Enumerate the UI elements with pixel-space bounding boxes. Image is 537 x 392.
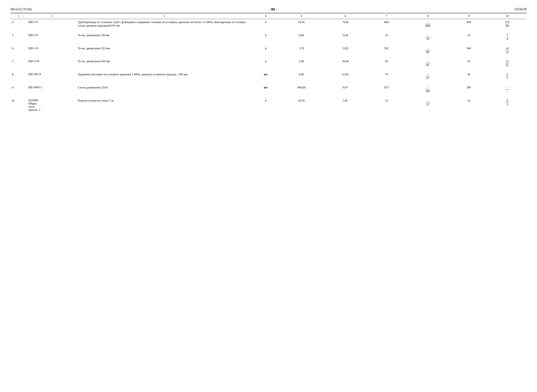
- cell-col10: I7996: [488, 19, 527, 29]
- table-row: 8.ЩI2-802-8Задвижки чугунные на условное…: [10, 71, 527, 82]
- cell-col8: –47: [406, 71, 450, 82]
- col-header-9: 9: [450, 13, 488, 19]
- cell-col3: Трубопроводы из стальных труб с фланцами…: [76, 19, 252, 29]
- table-row: 4.ЩI2-2-8Трубопроводы из стальных труб с…: [10, 19, 527, 29]
- cell-col4: т: [252, 32, 279, 42]
- cell-col1: 5.: [10, 32, 27, 42]
- cell-col4: шт: [252, 84, 279, 95]
- cell-col7: I92: [367, 45, 406, 56]
- cell-col7: 873: [367, 84, 406, 95]
- cell-col7: 92: [367, 58, 406, 69]
- cell-col3: Сопло диаметром 32хI6: [76, 84, 252, 95]
- cell-col1: 7.: [10, 58, 27, 69]
- cell-col6: 0,97: [323, 84, 367, 95]
- cell-col9: I4: [450, 98, 488, 113]
- cell-col8: –I8I: [406, 45, 450, 56]
- cell-col1: 9.: [10, 84, 27, 95]
- cell-col4: т: [252, 58, 279, 69]
- cell-col1: 6.: [10, 45, 27, 56]
- spacer-row: [10, 95, 527, 98]
- cell-col10: 83: [488, 98, 527, 113]
- cell-col1: I0.: [10, 98, 27, 113]
- cell-col9: 63: [450, 58, 488, 69]
- table-row: 9.ЩI2-I083-2Сопло диаметром 32хI6шт900,0…: [10, 84, 527, 95]
- cell-col10: 6I: [488, 71, 527, 82]
- cell-col6: I2,60: [323, 71, 367, 82]
- cell-col3: Подъем на высоту сверх 5 м: [76, 98, 252, 113]
- cell-col6: 79,I0: [323, 19, 367, 29]
- cell-col4: т: [252, 98, 279, 113]
- cell-col5: 6,00: [279, 71, 323, 82]
- spacer-row: [10, 42, 527, 45]
- cell-col2: ЦУРМО Общая часть прилож. 3: [27, 98, 76, 113]
- cell-col10: 22I2: [488, 58, 527, 69]
- cell-col3: Задвижки чугунные на условное давление I…: [76, 71, 252, 82]
- cell-col7: 3I: [367, 32, 406, 42]
- cell-col8: –I0I8: [406, 19, 450, 29]
- spacer-row: [10, 69, 527, 71]
- cell-col7: 76: [367, 71, 406, 82]
- cell-col8: –29: [406, 32, 450, 42]
- table-header-row: 1 2 3 4 5 6 7 8 9 10: [10, 13, 527, 19]
- table-row: 7.ЩI2-2-I0То же, диаметром 426 ммт2,4836…: [10, 58, 527, 69]
- header-right: 16558-06: [514, 8, 527, 11]
- cell-col3: То же, диаметром 325 мм: [76, 45, 252, 56]
- col-header-8: 8: [406, 13, 450, 19]
- cell-col7: I063: [367, 19, 406, 29]
- page-header: 90I-6-62 (YI.84) - 80 - 16558-06: [10, 7, 527, 12]
- cell-col4: т: [252, 19, 279, 29]
- header-left: 90I-6-62 (YI.84): [10, 8, 32, 11]
- cell-col2: ЩI2-2-8: [27, 19, 76, 29]
- cell-col10: ––: [488, 84, 527, 95]
- cell-col6: 5I,I0: [323, 32, 367, 42]
- cell-col6: 36,90: [323, 58, 367, 69]
- cell-col5: 0,60: [279, 32, 323, 42]
- cell-col2: ЩI2-2-I0: [27, 58, 76, 69]
- cell-col2: ЩI2-802-8: [27, 71, 76, 82]
- cell-col3: То же, диаметром 2I9 мм: [76, 32, 252, 42]
- cell-col5: 900,00: [279, 84, 323, 95]
- cell-col5: 2,48: [279, 58, 323, 69]
- cell-col10: 4I22: [488, 45, 527, 56]
- table-row: 6.ЩI2-2-9То же, диаметром 325 ммт3,765I,…: [10, 45, 527, 56]
- col-header-5: 5: [279, 13, 323, 19]
- col-header-2: 2: [27, 13, 76, 19]
- cell-col2: ЩI2-2-9: [27, 45, 76, 56]
- cell-col5: I3,44: [279, 19, 323, 29]
- main-table: 1 2 3 4 5 6 7 8 9 10 4.ЩI2-2-8Трубопрово…: [10, 13, 527, 113]
- col-header-3: 3: [76, 13, 252, 19]
- cell-col6: I,I0: [323, 98, 367, 113]
- spacer-row: [10, 29, 527, 32]
- cell-col4: т: [252, 45, 279, 56]
- col-header-1: 1: [10, 13, 27, 19]
- cell-col9: 22: [450, 32, 488, 42]
- col-header-6: 6: [323, 13, 367, 19]
- col-header-7: 7: [367, 13, 406, 19]
- cell-col1: 4.: [10, 19, 27, 29]
- cell-col4: шт: [252, 71, 279, 82]
- cell-col9: 4I: [450, 71, 488, 82]
- cell-col10: 74: [488, 32, 527, 42]
- main-table-container: 1 2 3 4 5 6 7 8 9 10 4.ЩI2-2-8Трубопрово…: [10, 13, 527, 113]
- spacer-row: [10, 55, 527, 58]
- spacer-row: [10, 82, 527, 84]
- cell-col8: –85: [406, 58, 450, 69]
- cell-col5: 3,76: [279, 45, 323, 56]
- cell-col3: То же, диаметром 426 мм: [76, 58, 252, 69]
- cell-col9: I80: [450, 84, 488, 95]
- header-center: - 80 -: [269, 7, 277, 12]
- cell-col2: ЩI2-2-9: [27, 32, 76, 42]
- table-row: I0.ЦУРМО Общая часть прилож. 3Подъем на …: [10, 98, 527, 113]
- cell-col7: 23: [367, 98, 406, 113]
- cell-col9: I40: [450, 45, 488, 56]
- cell-col1: 8.: [10, 71, 27, 82]
- col-header-4: 4: [252, 13, 279, 19]
- cell-col2: ЩI2-I083-2: [27, 84, 76, 95]
- cell-col5: 20,56: [279, 98, 323, 113]
- cell-col6: 5I,I0: [323, 45, 367, 56]
- cell-col9: 839: [450, 19, 488, 29]
- cell-col8: –I80: [406, 84, 450, 95]
- col-header-10: 10: [488, 13, 527, 19]
- cell-col8: –22: [406, 98, 450, 113]
- table-row: 5.ЩI2-2-9То же, диаметром 2I9 ммт0,605I,…: [10, 32, 527, 42]
